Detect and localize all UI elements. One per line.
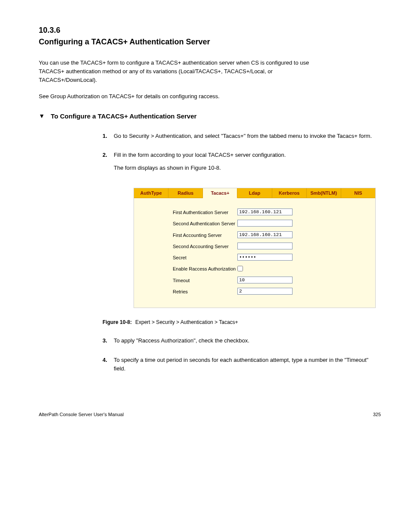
raccess-checkbox[interactable] — [237, 266, 243, 271]
step-3: 3. To apply "Raccess Authorization", che… — [103, 336, 381, 349]
second-auth-input[interactable] — [237, 220, 293, 227]
first-acct-label: First Accounting Server — [173, 231, 237, 238]
tab-kerberos[interactable]: Kerberos — [272, 188, 307, 198]
second-acct-input[interactable] — [237, 243, 293, 249]
footer-right: 325 — [373, 412, 381, 417]
tab-bar: AuthType Radius Tacacs+ Ldap Kerberos Sm… — [134, 188, 375, 198]
tacacs-form-panel: AuthType Radius Tacacs+ Ldap Kerberos Sm… — [134, 188, 376, 308]
triangle-icon: ▼ — [39, 112, 45, 119]
secret-input[interactable] — [237, 254, 293, 261]
timeout-input[interactable] — [237, 277, 293, 283]
second-auth-label: Second Authentication Server — [173, 220, 237, 227]
tab-authtype[interactable]: AuthType — [134, 188, 168, 198]
retries-input[interactable] — [237, 288, 293, 295]
intro-paragraph: You can use the TACACS+ form to configur… — [39, 59, 332, 84]
procedure-heading: ▼ To Configure a TACACS+ Authentication … — [39, 112, 381, 120]
raccess-label: Enable Raccess Authorization — [173, 265, 237, 272]
section-title: Configuring a TACACS+ Authentication Ser… — [39, 37, 381, 47]
step-1: 1. Go to Security > Authentication, and … — [103, 132, 381, 145]
section-number: 10.3.6 — [39, 26, 381, 35]
retries-label: Retries — [173, 288, 237, 295]
tab-ldap[interactable]: Ldap — [237, 188, 272, 198]
first-auth-label: First Authentication Server — [173, 208, 237, 215]
secret-label: Secret — [173, 254, 237, 261]
first-acct-input[interactable] — [237, 231, 293, 238]
timeout-label: Timeout — [173, 277, 237, 283]
tab-smb[interactable]: Smb(NTLM) — [307, 188, 341, 198]
step-4: 4. To specify a time out period in secon… — [103, 356, 381, 377]
footer-left: AlterPath Console Server User's Manual — [39, 412, 124, 417]
tab-nis[interactable]: NIS — [341, 188, 375, 198]
step-2: 2. Fill in the form according to your lo… — [103, 151, 381, 177]
first-auth-input[interactable] — [237, 208, 293, 215]
figure-caption: Figure 10-8:Expert > Security > Authenti… — [103, 319, 381, 325]
xref-paragraph: See Group Authorization on TACACS+ for d… — [39, 92, 332, 101]
tab-radius[interactable]: Radius — [168, 188, 203, 198]
tab-tacacs[interactable]: Tacacs+ — [203, 188, 237, 198]
second-acct-label: Second Accounting Server — [173, 243, 237, 249]
